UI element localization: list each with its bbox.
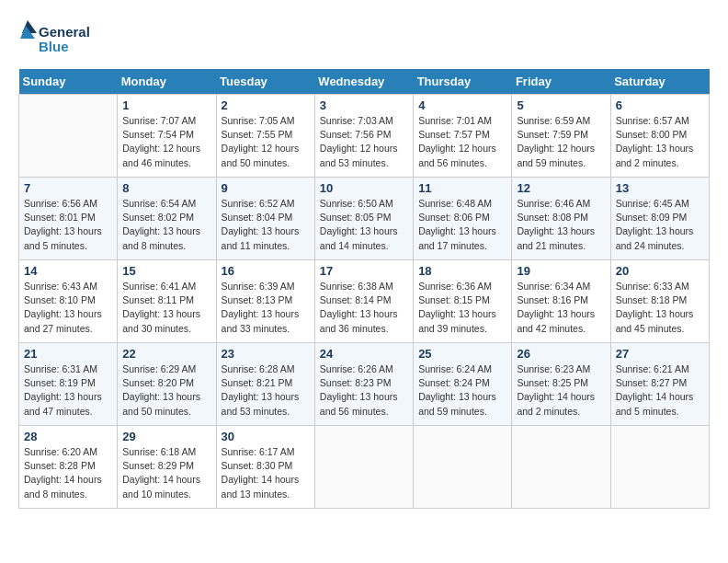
day-info: Sunrise: 6:18 AMSunset: 8:29 PMDaylight:… [122, 445, 210, 501]
day-header-tuesday: Tuesday [216, 69, 314, 95]
calendar-cell: 1Sunrise: 7:07 AMSunset: 7:54 PMDaylight… [118, 95, 216, 178]
day-header-monday: Monday [118, 69, 216, 95]
day-info: Sunrise: 6:56 AMSunset: 8:01 PMDaylight:… [24, 197, 112, 253]
calendar-cell [314, 426, 413, 509]
logo-svg: GeneralBlue [18, 18, 92, 60]
calendar-cell: 16Sunrise: 6:39 AMSunset: 8:13 PMDayligh… [216, 260, 314, 343]
day-number: 19 [517, 264, 605, 278]
calendar-cell: 20Sunrise: 6:33 AMSunset: 8:18 PMDayligh… [610, 260, 709, 343]
day-info: Sunrise: 6:29 AMSunset: 8:20 PMDaylight:… [122, 362, 210, 419]
day-number: 10 [320, 181, 408, 195]
calendar-header-row: SundayMondayTuesdayWednesdayThursdayFrid… [19, 69, 710, 95]
day-info: Sunrise: 6:59 AMSunset: 7:59 PMDaylight:… [517, 114, 605, 170]
day-header-friday: Friday [512, 69, 610, 95]
day-info: Sunrise: 6:50 AMSunset: 8:05 PMDaylight:… [320, 197, 408, 253]
calendar-cell: 21Sunrise: 6:31 AMSunset: 8:19 PMDayligh… [19, 343, 118, 426]
calendar-cell [19, 95, 118, 178]
calendar-cell: 18Sunrise: 6:36 AMSunset: 8:15 PMDayligh… [414, 260, 512, 343]
calendar-week-row: 7Sunrise: 6:56 AMSunset: 8:01 PMDaylight… [19, 178, 710, 260]
day-number: 4 [418, 98, 506, 112]
day-number: 28 [24, 430, 112, 443]
svg-text:Blue: Blue [39, 39, 69, 54]
calendar-cell: 4Sunrise: 7:01 AMSunset: 7:57 PMDaylight… [414, 95, 512, 178]
day-info: Sunrise: 6:46 AMSunset: 8:08 PMDaylight:… [517, 197, 605, 253]
day-number: 12 [517, 181, 605, 195]
day-header-thursday: Thursday [414, 69, 512, 95]
calendar-cell: 26Sunrise: 6:23 AMSunset: 8:25 PMDayligh… [512, 343, 610, 426]
day-number: 23 [222, 347, 310, 361]
day-info: Sunrise: 6:21 AMSunset: 8:27 PMDaylight:… [616, 362, 704, 419]
day-info: Sunrise: 6:39 AMSunset: 8:13 PMDaylight:… [222, 280, 310, 336]
day-number: 11 [418, 181, 506, 195]
calendar-cell: 27Sunrise: 6:21 AMSunset: 8:27 PMDayligh… [610, 343, 709, 426]
day-number: 21 [24, 347, 112, 361]
day-number: 17 [320, 264, 408, 278]
day-info: Sunrise: 6:34 AMSunset: 8:16 PMDaylight:… [517, 280, 605, 336]
calendar-cell: 8Sunrise: 6:54 AMSunset: 8:02 PMDaylight… [118, 178, 216, 260]
day-number: 22 [122, 347, 210, 361]
day-number: 18 [418, 264, 506, 278]
day-info: Sunrise: 7:07 AMSunset: 7:54 PMDaylight:… [122, 114, 210, 170]
day-number: 5 [517, 98, 605, 112]
calendar-cell: 3Sunrise: 7:03 AMSunset: 7:56 PMDaylight… [314, 95, 413, 178]
calendar-table: SundayMondayTuesdayWednesdayThursdayFrid… [18, 69, 710, 509]
calendar-cell: 30Sunrise: 6:17 AMSunset: 8:30 PMDayligh… [216, 426, 314, 509]
header-area: GeneralBlue [18, 18, 710, 60]
calendar-cell: 23Sunrise: 6:28 AMSunset: 8:21 PMDayligh… [216, 343, 314, 426]
day-info: Sunrise: 6:31 AMSunset: 8:19 PMDaylight:… [24, 362, 112, 419]
day-info: Sunrise: 6:24 AMSunset: 8:24 PMDaylight:… [418, 362, 506, 419]
calendar-week-row: 14Sunrise: 6:43 AMSunset: 8:10 PMDayligh… [19, 260, 710, 343]
day-number: 25 [418, 347, 506, 361]
calendar-week-row: 21Sunrise: 6:31 AMSunset: 8:19 PMDayligh… [19, 343, 710, 426]
day-info: Sunrise: 6:20 AMSunset: 8:28 PMDaylight:… [24, 445, 112, 501]
calendar-cell: 25Sunrise: 6:24 AMSunset: 8:24 PMDayligh… [414, 343, 512, 426]
calendar-cell: 11Sunrise: 6:48 AMSunset: 8:06 PMDayligh… [414, 178, 512, 260]
day-number: 13 [616, 181, 704, 195]
day-info: Sunrise: 6:43 AMSunset: 8:10 PMDaylight:… [24, 280, 112, 336]
day-header-saturday: Saturday [610, 69, 709, 95]
day-info: Sunrise: 6:26 AMSunset: 8:23 PMDaylight:… [320, 362, 408, 419]
calendar-cell: 7Sunrise: 6:56 AMSunset: 8:01 PMDaylight… [19, 178, 118, 260]
day-info: Sunrise: 6:23 AMSunset: 8:25 PMDaylight:… [517, 362, 605, 419]
calendar-cell [414, 426, 512, 509]
calendar-cell [610, 426, 709, 509]
day-info: Sunrise: 6:17 AMSunset: 8:30 PMDaylight:… [222, 445, 310, 501]
calendar-cell: 13Sunrise: 6:45 AMSunset: 8:09 PMDayligh… [610, 178, 709, 260]
day-number: 1 [122, 98, 210, 112]
day-number: 3 [320, 98, 408, 112]
day-info: Sunrise: 6:52 AMSunset: 8:04 PMDaylight:… [222, 197, 310, 253]
day-number: 26 [517, 347, 605, 361]
calendar-cell: 2Sunrise: 7:05 AMSunset: 7:55 PMDaylight… [216, 95, 314, 178]
calendar-cell: 28Sunrise: 6:20 AMSunset: 8:28 PMDayligh… [19, 426, 118, 509]
day-number: 27 [616, 347, 704, 361]
day-info: Sunrise: 6:54 AMSunset: 8:02 PMDaylight:… [122, 197, 210, 253]
calendar-cell: 5Sunrise: 6:59 AMSunset: 7:59 PMDaylight… [512, 95, 610, 178]
day-info: Sunrise: 6:57 AMSunset: 8:00 PMDaylight:… [616, 114, 704, 170]
day-info: Sunrise: 6:48 AMSunset: 8:06 PMDaylight:… [418, 197, 506, 253]
calendar-cell: 17Sunrise: 6:38 AMSunset: 8:14 PMDayligh… [314, 260, 413, 343]
calendar-cell: 29Sunrise: 6:18 AMSunset: 8:29 PMDayligh… [118, 426, 216, 509]
calendar-cell: 14Sunrise: 6:43 AMSunset: 8:10 PMDayligh… [19, 260, 118, 343]
day-number: 16 [222, 264, 310, 278]
day-number: 29 [122, 430, 210, 443]
day-info: Sunrise: 7:05 AMSunset: 7:55 PMDaylight:… [222, 114, 310, 170]
day-info: Sunrise: 6:45 AMSunset: 8:09 PMDaylight:… [616, 197, 704, 253]
day-number: 8 [122, 181, 210, 195]
day-number: 15 [122, 264, 210, 278]
day-info: Sunrise: 7:01 AMSunset: 7:57 PMDaylight:… [418, 114, 506, 170]
svg-text:General: General [39, 24, 90, 40]
calendar-cell: 12Sunrise: 6:46 AMSunset: 8:08 PMDayligh… [512, 178, 610, 260]
day-info: Sunrise: 6:36 AMSunset: 8:15 PMDaylight:… [418, 280, 506, 336]
calendar-cell: 10Sunrise: 6:50 AMSunset: 8:05 PMDayligh… [314, 178, 413, 260]
day-number: 30 [222, 430, 310, 443]
day-number: 2 [222, 98, 310, 112]
calendar-cell: 19Sunrise: 6:34 AMSunset: 8:16 PMDayligh… [512, 260, 610, 343]
calendar-cell: 9Sunrise: 6:52 AMSunset: 8:04 PMDaylight… [216, 178, 314, 260]
day-header-wednesday: Wednesday [314, 69, 413, 95]
day-number: 24 [320, 347, 408, 361]
day-info: Sunrise: 6:41 AMSunset: 8:11 PMDaylight:… [122, 280, 210, 336]
day-info: Sunrise: 7:03 AMSunset: 7:56 PMDaylight:… [320, 114, 408, 170]
day-info: Sunrise: 6:33 AMSunset: 8:18 PMDaylight:… [616, 280, 704, 336]
day-number: 14 [24, 264, 112, 278]
day-header-sunday: Sunday [19, 69, 118, 95]
